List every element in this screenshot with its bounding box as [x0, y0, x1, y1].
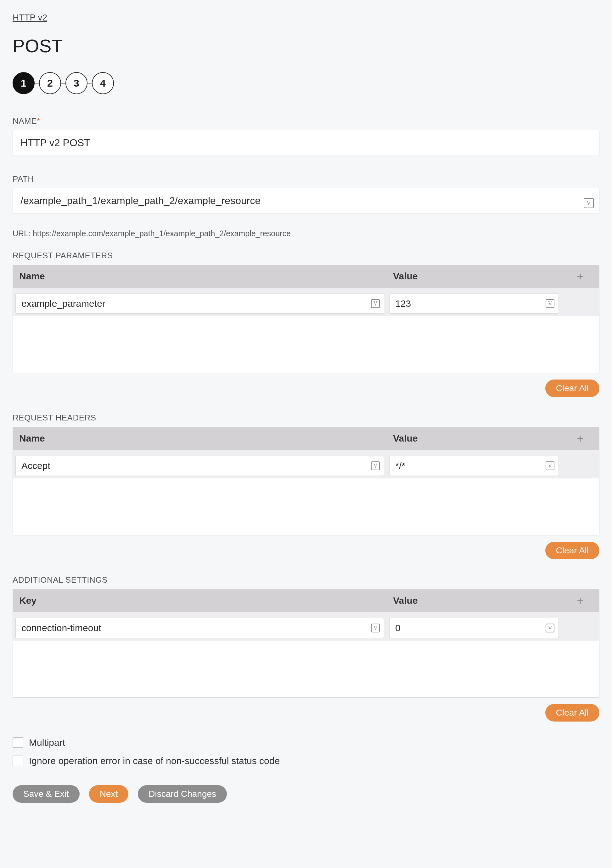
discard-changes-button[interactable]: Discard Changes	[138, 785, 227, 803]
wizard-stepper: 1 2 3 4	[12, 72, 600, 94]
clear-all-settings-button[interactable]: Clear All	[545, 704, 600, 722]
column-header-value: Value	[387, 590, 561, 612]
wizard-step-1[interactable]: 1	[12, 72, 35, 94]
clear-all-parameters-button[interactable]: Clear All	[545, 380, 600, 397]
next-button[interactable]: Next	[89, 785, 129, 803]
clear-all-headers-button[interactable]: Clear All	[545, 542, 600, 560]
variable-picker-icon[interactable]: V	[546, 461, 555, 470]
add-row-button[interactable]: +	[561, 590, 599, 612]
wizard-step-2[interactable]: 2	[39, 72, 61, 94]
setting-key-input[interactable]	[15, 618, 384, 638]
path-input[interactable]	[12, 188, 600, 214]
path-field-label: PATH	[12, 174, 600, 184]
variable-picker-icon[interactable]: V	[546, 299, 555, 308]
additional-settings-grid: Key Value + V V	[12, 589, 600, 698]
variable-picker-icon[interactable]: V	[546, 624, 555, 632]
multipart-checkbox-label: Multipart	[29, 737, 65, 748]
name-field-label: NAME*	[12, 116, 600, 126]
name-field-label-text: NAME	[12, 116, 37, 126]
ignore-error-checkbox-label: Ignore operation error in case of non-su…	[29, 756, 280, 766]
breadcrumb-link[interactable]: HTTP v2	[12, 12, 47, 23]
column-header-key: Key	[13, 590, 387, 612]
wizard-step-3[interactable]: 3	[65, 72, 88, 94]
add-row-button[interactable]: +	[561, 428, 599, 450]
header-value-input[interactable]	[389, 456, 559, 476]
required-marker: *	[37, 116, 40, 126]
table-row: V V	[13, 615, 599, 641]
grid-empty-area	[13, 316, 599, 373]
table-row: V V	[13, 453, 599, 478]
add-row-button[interactable]: +	[561, 265, 599, 288]
grid-empty-area	[13, 478, 599, 535]
param-name-input[interactable]	[15, 293, 384, 314]
plus-icon: +	[577, 271, 584, 282]
column-header-value: Value	[387, 265, 561, 288]
stepper-connector	[61, 83, 65, 84]
plus-icon: +	[577, 595, 584, 607]
variable-picker-icon[interactable]: V	[371, 461, 380, 470]
checkbox-icon	[12, 756, 23, 766]
page-title: POST	[12, 35, 600, 56]
additional-settings-label: ADDITIONAL SETTINGS	[12, 575, 600, 585]
plus-icon: +	[577, 433, 584, 444]
request-headers-label: REQUEST HEADERS	[12, 413, 600, 423]
checkbox-icon	[12, 737, 23, 748]
column-header-name: Name	[13, 265, 387, 288]
variable-picker-icon[interactable]: V	[584, 198, 594, 208]
path-url-hint: URL: https://example.com/example_path_1/…	[12, 229, 600, 238]
grid-empty-area	[13, 641, 599, 697]
ignore-error-checkbox-row[interactable]: Ignore operation error in case of non-su…	[12, 756, 600, 766]
stepper-connector	[35, 83, 39, 84]
param-value-input[interactable]	[389, 293, 559, 314]
name-input[interactable]	[12, 130, 600, 156]
stepper-connector	[88, 83, 92, 84]
variable-picker-icon[interactable]: V	[371, 624, 380, 632]
footer-button-bar: Save & Exit Next Discard Changes	[12, 785, 600, 803]
request-parameters-label: REQUEST PARAMETERS	[12, 251, 600, 260]
column-header-name: Name	[13, 428, 387, 450]
request-parameters-grid: Name Value + V V	[12, 265, 600, 373]
wizard-step-4[interactable]: 4	[92, 72, 114, 94]
variable-picker-icon[interactable]: V	[371, 299, 380, 308]
request-headers-grid: Name Value + V V	[12, 427, 600, 535]
setting-value-input[interactable]	[389, 618, 559, 638]
save-exit-button[interactable]: Save & Exit	[12, 785, 80, 803]
column-header-value: Value	[387, 428, 561, 450]
header-name-input[interactable]	[15, 456, 384, 476]
table-row: V V	[13, 291, 599, 316]
multipart-checkbox-row[interactable]: Multipart	[12, 737, 600, 748]
